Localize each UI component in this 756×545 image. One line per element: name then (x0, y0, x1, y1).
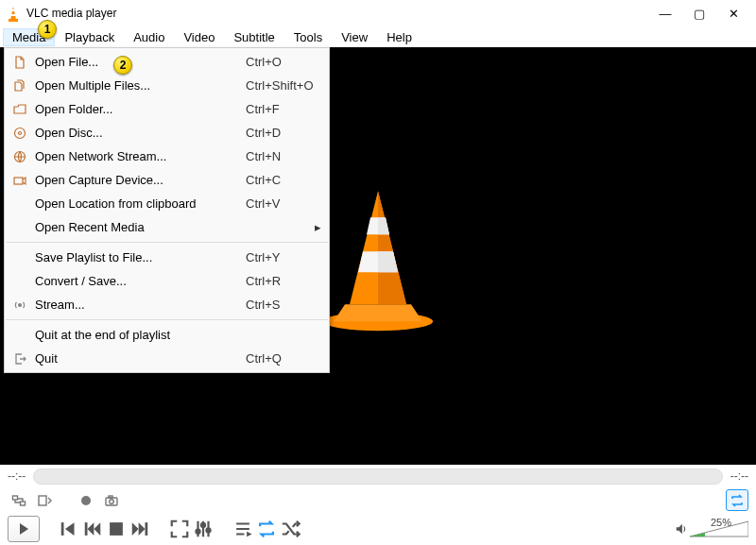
svg-marker-21 (65, 522, 75, 536)
play-button[interactable] (8, 516, 40, 542)
svg-rect-12 (13, 496, 18, 500)
minimize-button[interactable]: — (648, 0, 682, 26)
time-total: --:-- (730, 469, 748, 483)
skip-back-button[interactable] (59, 519, 79, 539)
svg-marker-5 (334, 304, 422, 321)
svg-marker-19 (20, 523, 28, 535)
svg-point-30 (201, 523, 205, 527)
frame-step-button[interactable] (33, 489, 56, 511)
svg-marker-24 (94, 522, 100, 536)
svg-marker-27 (139, 522, 146, 536)
window-title: VLC media player (26, 7, 116, 20)
seek-bar-row: --:-- --:-- (0, 465, 756, 487)
annotation-badge-1: 1 (38, 20, 57, 39)
loop-all-button[interactable] (726, 489, 748, 511)
annotation-badge-2: 2 (113, 56, 132, 75)
svg-marker-0 (10, 7, 16, 20)
svg-point-29 (196, 530, 199, 534)
quit-icon (10, 350, 29, 367)
stream-icon (10, 297, 29, 314)
playlist-button[interactable] (232, 519, 253, 539)
svg-marker-23 (88, 522, 94, 536)
svg-point-17 (110, 499, 114, 503)
file-icon (10, 54, 29, 71)
menu-separator (6, 242, 328, 243)
record-button[interactable] (75, 489, 97, 511)
menu-subtitle[interactable]: Subtitle (224, 28, 284, 46)
speaker-icon (675, 522, 688, 536)
svg-point-37 (19, 131, 22, 134)
menu-audio[interactable]: Audio (124, 28, 174, 46)
menu-separator (6, 319, 328, 320)
svg-rect-14 (39, 496, 46, 505)
svg-rect-13 (21, 502, 26, 505)
menu-help[interactable]: Help (377, 28, 421, 46)
media-menu-dropdown: Open File... Ctrl+O Open Multiple Files.… (4, 47, 330, 373)
volume-control[interactable]: 25% (675, 519, 748, 538)
svg-rect-18 (109, 496, 112, 498)
menu-quit-end-playlist[interactable]: Quit at the end of playlist (5, 323, 329, 347)
svg-point-40 (19, 303, 22, 306)
svg-rect-39 (14, 178, 23, 184)
shuffle-button[interactable] (280, 519, 301, 539)
time-elapsed: --:-- (8, 469, 26, 483)
menu-view[interactable]: View (332, 28, 377, 46)
svg-rect-28 (146, 522, 148, 536)
svg-marker-26 (132, 522, 139, 536)
svg-rect-25 (110, 522, 123, 536)
vlc-logo-icon (317, 181, 439, 336)
menu-open-recent-media[interactable]: Open Recent Media ▸ (5, 215, 329, 239)
svg-rect-3 (11, 14, 16, 16)
menu-quit[interactable]: Quit Ctrl+Q (5, 347, 329, 370)
menu-open-capture-device[interactable]: Open Capture Device... Ctrl+C (5, 168, 329, 192)
title-bar: VLC media player — ▢ ✕ (0, 0, 756, 26)
svg-point-36 (15, 128, 26, 138)
menu-playback[interactable]: Playback (55, 28, 124, 46)
folder-icon (10, 101, 29, 118)
menu-convert-save[interactable]: Convert / Save... Ctrl+R (5, 269, 329, 293)
svg-point-15 (81, 496, 91, 505)
previous-button[interactable] (82, 519, 103, 539)
svg-marker-11 (378, 251, 398, 272)
loop-button[interactable] (256, 519, 277, 539)
submenu-arrow-icon: ▸ (310, 220, 321, 234)
volume-percent: 25% (711, 517, 731, 528)
fullscreen-button[interactable] (169, 519, 190, 539)
svg-rect-2 (11, 9, 14, 11)
menu-bar: Media Playback Audio Video Subtitle Tool… (0, 26, 756, 47)
toolbar-row-1 (0, 487, 756, 513)
menu-tools[interactable]: Tools (284, 28, 332, 46)
files-icon (10, 77, 29, 94)
seek-slider[interactable] (33, 468, 722, 485)
menu-open-multiple-files[interactable]: Open Multiple Files... Ctrl+Shift+O (5, 74, 329, 97)
svg-rect-22 (85, 522, 88, 536)
svg-rect-20 (61, 522, 64, 536)
svg-marker-10 (378, 217, 389, 234)
disc-icon (10, 125, 29, 142)
vlc-cone-icon (6, 6, 21, 21)
svg-marker-33 (677, 524, 682, 535)
menu-open-network-stream[interactable]: Open Network Stream... Ctrl+N (5, 145, 329, 168)
network-icon (10, 148, 29, 165)
next-button[interactable] (129, 519, 150, 539)
maximize-button[interactable]: ▢ (682, 0, 716, 26)
menu-save-playlist[interactable]: Save Playlist to File... Ctrl+Y (5, 246, 329, 269)
extended-settings-button[interactable] (193, 519, 214, 539)
menu-open-file[interactable]: Open File... Ctrl+O (5, 50, 329, 74)
snapshot-button[interactable] (100, 489, 123, 511)
menu-open-folder[interactable]: Open Folder... Ctrl+F (5, 97, 329, 121)
menu-open-disc[interactable]: Open Disc... Ctrl+D (5, 121, 329, 145)
capture-icon (10, 172, 29, 189)
menu-open-clipboard[interactable]: Open Location from clipboard Ctrl+V (5, 192, 329, 215)
svg-marker-7 (378, 191, 406, 304)
svg-rect-1 (9, 19, 18, 22)
stop-button[interactable] (106, 519, 127, 539)
ab-loop-button[interactable] (8, 489, 30, 511)
svg-point-31 (206, 528, 210, 532)
toolbar-row-2: 25% (0, 513, 756, 545)
menu-video[interactable]: Video (174, 28, 224, 46)
svg-marker-32 (247, 532, 252, 537)
menu-stream[interactable]: Stream... Ctrl+S (5, 293, 329, 316)
close-button[interactable]: ✕ (716, 0, 750, 26)
